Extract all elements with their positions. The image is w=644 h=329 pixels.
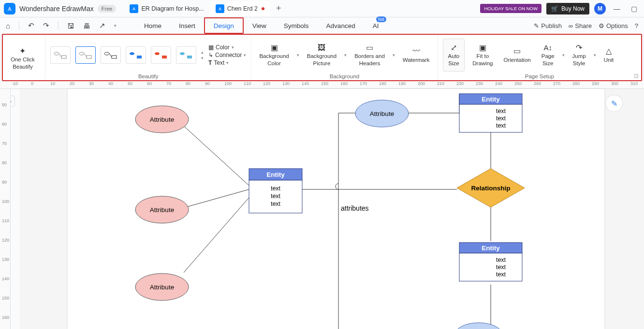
svg-text:text: text bbox=[271, 193, 281, 200]
theme-thumb-3[interactable] bbox=[101, 46, 121, 64]
tab-label: ER Diagram for Hosp... bbox=[141, 5, 204, 12]
theme-thumb-6[interactable] bbox=[176, 46, 196, 64]
menu-view[interactable]: View bbox=[244, 17, 275, 34]
menu-ai[interactable]: AIhot bbox=[364, 17, 388, 34]
dropdown-icon[interactable]: ▾ bbox=[114, 23, 117, 28]
auto-size-button[interactable]: ⤢Auto Size bbox=[443, 39, 465, 72]
promo-banner[interactable]: HOLIDAY SALE ON NOW bbox=[480, 4, 542, 13]
svg-text:Attribute: Attribute bbox=[150, 284, 174, 291]
minimize-icon[interactable]: — bbox=[611, 3, 623, 14]
publish-button[interactable]: ✎Publish bbox=[534, 22, 562, 29]
watermark-icon: 〰 bbox=[412, 46, 420, 57]
fit-icon: ▣ bbox=[479, 43, 486, 53]
expand-group-icon[interactable]: ◲ bbox=[634, 73, 638, 78]
svg-rect-12 bbox=[162, 56, 167, 58]
menu-advanced[interactable]: Advanced bbox=[318, 17, 364, 34]
hot-badge: hot bbox=[376, 16, 387, 22]
svg-rect-1 bbox=[61, 56, 66, 58]
theme-thumb-2[interactable] bbox=[75, 46, 96, 64]
one-click-beautify-button[interactable]: ✦ One Click Beautify bbox=[8, 45, 38, 72]
share-button[interactable]: ∞Share bbox=[569, 22, 592, 29]
svg-text:Relationship: Relationship bbox=[471, 185, 510, 192]
add-tab-button[interactable]: + bbox=[270, 3, 287, 14]
undo-icon[interactable]: ↶ bbox=[28, 21, 34, 30]
save-icon[interactable]: 🖫 bbox=[67, 22, 74, 30]
menu-home[interactable]: Home bbox=[135, 17, 170, 34]
svg-text:Attribute: Attribute bbox=[150, 116, 174, 123]
app-logo-icon: ⟑ bbox=[4, 3, 15, 14]
svg-point-6 bbox=[104, 52, 109, 55]
svg-point-55 bbox=[454, 323, 503, 329]
buy-button[interactable]: 🛒Buy Now bbox=[546, 3, 589, 14]
borders-icon: ▭ bbox=[366, 43, 373, 53]
menu-symbols[interactable]: Symbols bbox=[275, 17, 318, 34]
gear-icon: ⚙ bbox=[599, 22, 604, 29]
maximize-icon[interactable]: ▢ bbox=[628, 3, 640, 14]
menu-insert[interactable]: Insert bbox=[170, 17, 204, 34]
svg-point-13 bbox=[180, 52, 185, 55]
unit-icon: △ bbox=[606, 46, 612, 57]
svg-text:text: text bbox=[496, 257, 506, 263]
svg-point-0 bbox=[54, 52, 59, 55]
title-bar: ⟑ Wondershare EdrawMax Free ⟑ ER Diagram… bbox=[0, 0, 644, 17]
caret-up-icon[interactable]: ▴ bbox=[201, 50, 204, 55]
buy-label: Buy Now bbox=[561, 5, 585, 12]
er-diagram: Attribute Attribute Attribute Entity tex… bbox=[68, 89, 604, 329]
publish-icon: ✎ bbox=[534, 22, 539, 29]
svg-line-16 bbox=[184, 189, 249, 208]
svg-line-15 bbox=[176, 119, 249, 186]
theme-thumb-5[interactable] bbox=[151, 46, 171, 64]
svg-rect-43 bbox=[459, 104, 522, 132]
ribbon-design: ✦ One Click Beautify ▴ ▾ ▦Color▾ ↳Connec… bbox=[2, 34, 642, 81]
home-icon[interactable]: ⌂ bbox=[6, 22, 10, 30]
borders-headers-button[interactable]: ▭Borders and Headers bbox=[351, 42, 388, 69]
sparkle-icon: ✦ bbox=[19, 46, 26, 57]
svg-text:text: text bbox=[496, 122, 506, 129]
jump-style-button[interactable]: ↷Jump Style bbox=[570, 42, 589, 69]
pen-icon: ✎ bbox=[611, 99, 617, 108]
unit-button[interactable]: △Unit bbox=[601, 45, 616, 65]
page[interactable]: Attribute Attribute Attribute Entity tex… bbox=[68, 89, 604, 329]
ruler-vertical: 5060708090100110120130140150160 bbox=[0, 89, 11, 329]
text-icon: T bbox=[208, 59, 212, 66]
document-tab-active[interactable]: ⟑ Chen Erd 2 bbox=[210, 1, 270, 16]
svg-text:Entity: Entity bbox=[482, 96, 500, 103]
caret-down-icon[interactable]: ▾ bbox=[201, 56, 204, 60]
document-tab[interactable]: ⟑ ER Diagram for Hosp... bbox=[124, 1, 209, 16]
export-icon[interactable]: ↗ bbox=[99, 21, 105, 30]
background-picture-button[interactable]: 🖼Background Picture bbox=[304, 42, 339, 69]
svg-text:Attribute: Attribute bbox=[370, 110, 394, 117]
watermark-button[interactable]: 〰Watermark bbox=[400, 45, 433, 65]
svg-line-8 bbox=[109, 54, 112, 57]
text-dropdown[interactable]: TText▾ bbox=[208, 59, 246, 66]
fit-to-drawing-button[interactable]: ▣Fit to Drawing bbox=[469, 42, 496, 69]
svg-rect-14 bbox=[187, 56, 192, 58]
page-size-button[interactable]: A↕Page Size bbox=[539, 42, 557, 68]
background-color-button[interactable]: ▣Background Color bbox=[256, 42, 292, 69]
options-button[interactable]: ⚙Options bbox=[599, 22, 628, 29]
theme-thumb-1[interactable] bbox=[50, 46, 71, 64]
cart-icon: 🛒 bbox=[551, 5, 558, 12]
group-label-pagesetup: Page Setup bbox=[443, 73, 636, 79]
ruler-horizontal: -100102030405060708090100110120130140150… bbox=[0, 81, 644, 89]
menu-design[interactable]: Design bbox=[204, 17, 244, 34]
color-icon: ▦ bbox=[208, 44, 214, 51]
help-icon[interactable]: ? bbox=[635, 22, 638, 29]
print-icon[interactable]: 🖶 bbox=[83, 22, 90, 30]
doc-icon: ⟑ bbox=[216, 4, 224, 13]
color-dropdown[interactable]: ▦Color▾ bbox=[208, 44, 246, 51]
svg-line-5 bbox=[84, 54, 87, 57]
free-badge: Free bbox=[98, 5, 117, 13]
orientation-button[interactable]: ▭Orientation bbox=[500, 45, 533, 65]
svg-text:Attribute: Attribute bbox=[150, 206, 174, 214]
redo-icon[interactable]: ↷ bbox=[43, 21, 49, 30]
canvas[interactable]: Attribute Attribute Attribute Entity tex… bbox=[19, 89, 644, 329]
svg-text:text: text bbox=[496, 271, 506, 278]
theme-thumb-4[interactable] bbox=[126, 46, 146, 64]
connector-icon: ↳ bbox=[208, 52, 213, 58]
assistant-floating-button[interactable]: ✎ bbox=[605, 95, 623, 112]
connector-dropdown[interactable]: ↳Connector▾ bbox=[208, 52, 246, 58]
svg-line-2 bbox=[59, 54, 61, 57]
user-avatar[interactable]: M bbox=[594, 3, 606, 14]
bgcolor-icon: ▣ bbox=[271, 43, 278, 53]
